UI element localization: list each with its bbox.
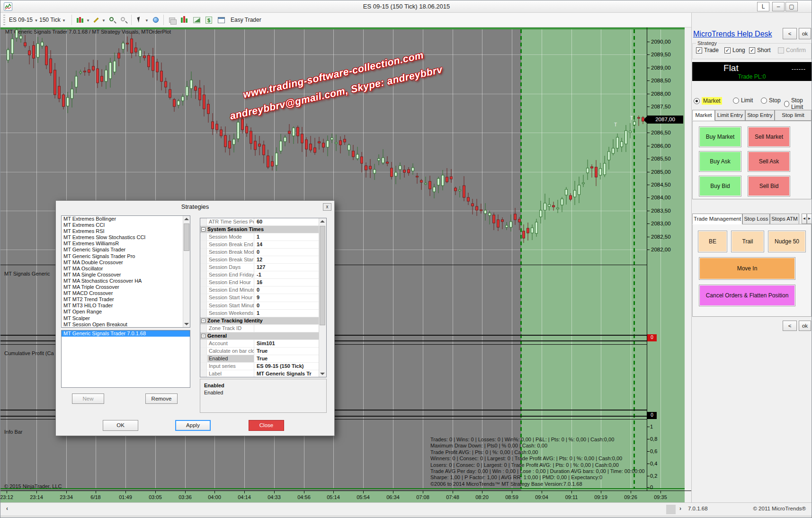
panel-back-button[interactable]: < <box>783 28 797 39</box>
property-category[interactable]: −Zone Tracking Identity <box>200 317 326 325</box>
property-row[interactable]: AccountSim101 <box>200 340 326 348</box>
list-scrollbar[interactable] <box>183 216 190 327</box>
scroll-left-arrow[interactable]: ‹ <box>6 505 8 512</box>
list-item[interactable]: MT MA Oscillator <box>62 266 190 272</box>
list-item[interactable]: MT MACD Crossover <box>62 290 190 296</box>
checkbox-box[interactable] <box>778 47 784 54</box>
list-item[interactable]: MT MA Triple Crossover <box>62 284 190 290</box>
checkbox-trade[interactable]: ✓Trade <box>696 47 719 54</box>
drawing-tool-icon[interactable] <box>91 15 101 25</box>
property-row[interactable]: Session Mode1 <box>200 233 326 241</box>
checkbox-box[interactable]: ✓ <box>724 47 731 54</box>
radio-circle[interactable] <box>733 98 739 104</box>
checkbox-long[interactable]: ✓Long <box>724 47 745 54</box>
order-type-market[interactable]: Market <box>694 97 722 105</box>
collapse-icon[interactable]: − <box>201 227 205 232</box>
radio-circle[interactable] <box>784 101 789 107</box>
data-series-icon[interactable] <box>179 15 189 25</box>
list-item[interactable]: MT MA Single Crossover <box>62 272 190 278</box>
mgmt-button-nudge-50[interactable]: Nudge 50 <box>768 231 806 252</box>
sell-button[interactable]: Sell Bid <box>748 176 790 196</box>
toolbar-grip[interactable] <box>3 15 5 25</box>
list-item[interactable]: MT Session Open Breakout <box>62 322 190 328</box>
scroll-right-arrow[interactable]: › <box>679 505 681 512</box>
pointer-dropdown[interactable]: ▼ <box>145 18 149 23</box>
help-desk-link[interactable]: MicroTrends Help Desk <box>693 30 772 38</box>
property-category[interactable]: −General <box>200 332 326 340</box>
checkbox-short[interactable]: ✓Short <box>749 47 771 54</box>
property-category[interactable]: −System Session Times <box>200 226 326 233</box>
list-item[interactable]: MT MA Stochastics Crossover HA <box>62 278 190 284</box>
property-row[interactable]: EnabledTrue <box>200 355 326 363</box>
buy-button[interactable]: Buy Market <box>699 126 741 147</box>
configured-strategies-list[interactable]: MT Generic Signals Trader 7.0.1.68 <box>61 330 190 388</box>
property-row[interactable]: Input seriesES 09-15 (150 Tick) <box>200 363 326 370</box>
sell-button[interactable]: Sell Market <box>748 126 790 147</box>
apply-button[interactable]: Apply <box>175 420 211 431</box>
property-row[interactable]: Session Start Hour9 <box>200 294 326 302</box>
list-item[interactable]: MT MT2 Trend Trader <box>62 296 190 303</box>
tab-stop-loss[interactable]: Stop Loss <box>742 214 770 224</box>
order-type-stop[interactable]: Stop <box>761 97 781 104</box>
property-row[interactable]: Session Break Mode0 <box>200 249 326 256</box>
buy-button[interactable]: Buy Bid <box>699 176 741 196</box>
l-button[interactable]: L <box>757 2 769 11</box>
collapse-icon[interactable]: − <box>201 334 205 338</box>
pointer-tool-icon[interactable] <box>135 15 144 25</box>
dialog-close-icon[interactable]: x <box>323 203 331 211</box>
drawing-tool-dropdown[interactable]: ▼ <box>102 18 106 23</box>
radio-circle[interactable] <box>694 98 700 104</box>
dialog-close-button[interactable]: Close <box>249 420 284 431</box>
move-in-button[interactable]: Move In <box>699 257 795 280</box>
strategies-icon[interactable]: $ <box>204 15 214 25</box>
time-axis[interactable]: 23:1223:1423:346/1801:4903:0503:3604:000… <box>0 491 691 502</box>
property-row[interactable]: Session End Hour16 <box>200 279 326 286</box>
list-item[interactable]: MT MT3 HILO Trader <box>62 303 190 309</box>
list-item[interactable]: MT Extremes Bollinger <box>62 216 190 222</box>
checkbox-box[interactable]: ✓ <box>749 47 755 54</box>
minimize-button[interactable]: – <box>772 2 785 11</box>
property-row[interactable]: Session Break End14 <box>200 241 326 249</box>
property-row[interactable]: Session Days127 <box>200 264 326 271</box>
sell-button[interactable]: Sell Ask <box>748 151 790 172</box>
property-grid[interactable]: ATR Time Series Period60−System Session … <box>200 218 327 377</box>
property-row[interactable]: Calculate on bar closeTrue <box>200 348 326 355</box>
remove-button[interactable]: Remove <box>145 393 178 404</box>
list-item[interactable]: MT Extremes CCI <box>62 222 190 228</box>
list-item[interactable]: MT Extremes WilliamsR <box>62 241 190 247</box>
tab-scroll-right[interactable]: ► <box>807 214 812 224</box>
period-selector[interactable]: 150 Tick ▼ <box>39 17 66 23</box>
tab-market[interactable]: Market <box>692 110 715 121</box>
maximize-button[interactable]: ▢ <box>785 2 798 11</box>
tab-trade-management[interactable]: Trade Management <box>692 214 742 224</box>
checkbox-box[interactable]: ✓ <box>696 47 702 54</box>
property-row[interactable]: Session Start Minute0 <box>200 302 326 310</box>
tab-limit-entry[interactable]: Limit Entry <box>715 110 745 121</box>
list-item[interactable]: MT Extremes Slow Stochastics CCI <box>62 234 190 241</box>
mgmt-button-be[interactable]: BE <box>698 231 727 252</box>
property-row[interactable]: Session Weekends1 <box>200 310 326 317</box>
list-item[interactable]: MT Generic Signals Trader Pro <box>62 253 190 259</box>
instrument-selector[interactable]: ES 09-15 ▼ <box>9 17 38 23</box>
cancel-flatten-button[interactable]: Cancel Orders & Flatten Position <box>699 285 795 306</box>
property-row[interactable]: Session End Friday-1 <box>200 271 326 279</box>
buy-button[interactable]: Buy Ask <box>699 151 741 172</box>
new-button[interactable]: New <box>72 393 104 404</box>
order-type-stop-limit[interactable]: Stop Limit <box>784 97 812 110</box>
tab-stops-atm[interactable]: Stops ATM <box>770 214 799 224</box>
list-item[interactable]: MT MA Double Crossover <box>62 259 190 266</box>
mgmt-button-trail[interactable]: Trail <box>731 231 764 252</box>
tab-stop-limit-entry[interactable]: Stop limit Entry <box>775 110 812 121</box>
list-item[interactable]: MT Open Range <box>62 309 190 315</box>
indicators-icon[interactable] <box>192 15 201 25</box>
easy-trader-label[interactable]: Easy Trader <box>231 17 261 23</box>
property-row[interactable]: ATR Time Series Period60 <box>200 218 326 226</box>
ok-button[interactable]: OK <box>103 420 138 431</box>
list-item[interactable]: MT Generic Signals Trader <box>62 247 190 253</box>
property-row[interactable]: Session Break Start12 <box>200 256 326 264</box>
snapshot-icon[interactable] <box>167 15 177 25</box>
configured-strategy-item[interactable]: MT Generic Signals Trader 7.0.1.68 <box>62 330 190 337</box>
collapse-icon[interactable]: − <box>201 319 205 323</box>
tab-stop-entry[interactable]: Stop Entry <box>745 110 775 121</box>
grid-properties-icon[interactable] <box>216 15 226 25</box>
